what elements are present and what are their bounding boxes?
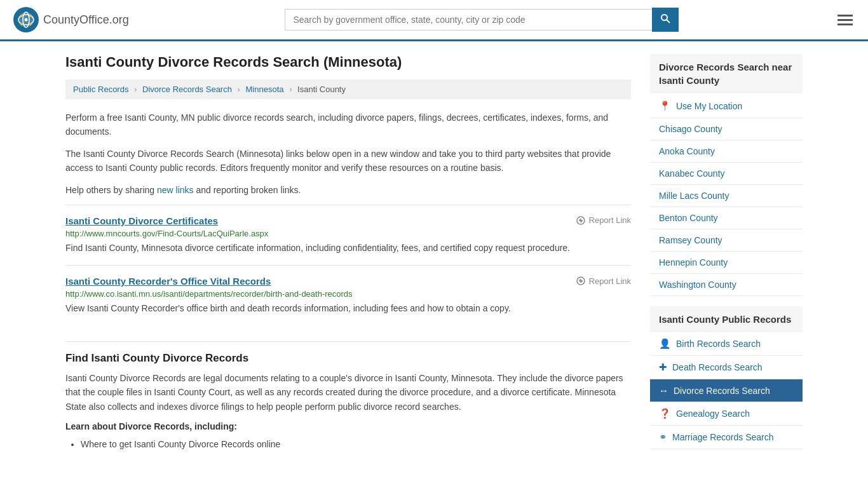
intro-p2: The Isanti County Divorce Records Search… <box>65 147 631 175</box>
report-link-1[interactable]: Report Link <box>576 276 631 286</box>
breadcrumb-current: Isanti County <box>297 85 346 94</box>
breadcrumb-minnesota[interactable]: Minnesota <box>246 85 284 94</box>
sidebar-county-link-5[interactable]: Ramsey County <box>650 229 803 251</box>
svg-point-9 <box>661 15 667 20</box>
sidebar-item-location[interactable]: 📍 Use My Location <box>650 95 803 118</box>
sidebar-county-6[interactable]: Hennepin County <box>650 252 803 274</box>
svg-line-10 <box>667 20 670 23</box>
report-link-0[interactable]: Report Link <box>576 215 631 226</box>
sidebar-public-links: 👤Birth Records Search✚Death Records Sear… <box>650 332 803 449</box>
search-icon <box>660 13 670 24</box>
sidebar: Divorce Records Search near Isanti Count… <box>650 54 803 452</box>
sidebar-public-label-4: Marriage Records Search <box>672 432 774 442</box>
sidebar-county-5[interactable]: Ramsey County <box>650 229 803 252</box>
record-desc-1: View Isanti County Recorder's office bir… <box>65 301 631 315</box>
search-button[interactable] <box>652 8 679 32</box>
sidebar-nearby-title: Divorce Records Search near Isanti Count… <box>659 60 794 87</box>
sidebar-county-3[interactable]: Mille Lacs County <box>650 185 803 207</box>
search-input[interactable] <box>285 9 652 30</box>
sidebar-public-icon-4: ⚭ <box>659 431 667 443</box>
sidebar-public-icon-1: ✚ <box>659 362 667 373</box>
record-title-0[interactable]: Isanti County Divorce Certificates <box>65 215 218 226</box>
sidebar-county-link-6[interactable]: Hennepin County <box>650 252 803 273</box>
sidebar-public-item-3[interactable]: ❓Genealogy Search <box>650 402 803 426</box>
sidebar-county-link-3[interactable]: Mille Lacs County <box>650 185 803 207</box>
main-container: Isanti County Divorce Records Search (Mi… <box>53 41 815 465</box>
menu-button[interactable] <box>835 12 855 28</box>
sidebar-public-item-4[interactable]: ⚭Marriage Records Search <box>650 426 803 449</box>
sidebar-public-section: Isanti County Public Records 👤Birth Reco… <box>650 306 803 449</box>
record-item-header-1: Isanti County Recorder's Office Vital Re… <box>65 276 631 287</box>
page-title: Isanti County Divorce Records Search (Mi… <box>65 54 631 71</box>
sidebar-public-item-1[interactable]: ✚Death Records Search <box>650 356 803 379</box>
intro-p3-suffix: and reporting broken links. <box>194 185 301 195</box>
find-section-heading: Find Isanti County Divorce Records <box>65 341 631 365</box>
sidebar-public-link-2[interactable]: ↔Divorce Records Search <box>650 379 803 402</box>
breadcrumb-sep-2: › <box>238 85 240 94</box>
svg-point-6 <box>29 15 32 17</box>
sidebar-public-icon-2: ↔ <box>659 385 668 396</box>
sidebar-nearby-section: Divorce Records Search near Isanti Count… <box>650 54 803 93</box>
sidebar-public-label-1: Death Records Search <box>672 362 763 372</box>
sidebar-public-title-block: Isanti County Public Records <box>650 306 803 332</box>
sidebar-public-label-0: Birth Records Search <box>676 339 761 349</box>
menu-line-2 <box>837 19 853 21</box>
sidebar-public-icon-3: ❓ <box>659 408 671 419</box>
record-item-1: Isanti County Recorder's Office Vital Re… <box>65 265 631 325</box>
find-section-text: Isanti County Divorce Records are legal … <box>65 371 631 414</box>
sidebar-county-link-7[interactable]: Washington County <box>650 274 803 295</box>
logo-name: CountyOffice <box>43 13 109 26</box>
breadcrumb-divorce-records-search[interactable]: Divorce Records Search <box>142 85 232 94</box>
sidebar-county-0[interactable]: Chisago County <box>650 118 803 140</box>
sidebar-public-link-0[interactable]: 👤Birth Records Search <box>650 332 803 355</box>
sidebar-nearby-links: 📍 Use My Location Chisago CountyAnoka Co… <box>650 95 803 296</box>
record-item-header-0: Isanti County Divorce Certificates Repor… <box>65 215 631 226</box>
search-area <box>285 8 679 32</box>
logo-icon <box>13 6 39 33</box>
sidebar-public-title: Isanti County Public Records <box>659 313 794 326</box>
sidebar-public-item-2[interactable]: ↔Divorce Records Search <box>650 379 803 402</box>
main-content: Isanti County Divorce Records Search (Mi… <box>65 54 631 452</box>
intro-p1: Perform a free Isanti County, MN public … <box>65 111 631 139</box>
record-item-0: Isanti County Divorce Certificates Repor… <box>65 205 631 265</box>
breadcrumb-sep-1: › <box>134 85 137 94</box>
intro-p3: Help others by sharing new links and rep… <box>65 183 631 197</box>
sidebar-county-link-2[interactable]: Kanabec County <box>650 163 803 184</box>
sidebar-county-4[interactable]: Benton County <box>650 207 803 229</box>
breadcrumb-public-records[interactable]: Public Records <box>73 85 128 94</box>
logo-text: CountyOffice.org <box>43 13 129 27</box>
sidebar-public-item-0[interactable]: 👤Birth Records Search <box>650 332 803 356</box>
use-my-location-link[interactable]: 📍 Use My Location <box>650 95 803 118</box>
breadcrumb: Public Records › Divorce Records Search … <box>65 79 631 99</box>
sidebar-public-label-2: Divorce Records Search <box>674 386 770 396</box>
svg-point-7 <box>20 23 23 25</box>
logo-ext: .org <box>109 13 129 26</box>
record-title-1[interactable]: Isanti County Recorder's Office Vital Re… <box>65 276 271 287</box>
logo[interactable]: CountyOffice.org <box>13 6 129 33</box>
use-my-location-label: Use My Location <box>676 101 742 111</box>
record-url-1: http://www.co.isanti.mn.us/isanti/depart… <box>65 289 631 299</box>
sidebar-public-link-1[interactable]: ✚Death Records Search <box>650 356 803 379</box>
record-url-0: http://www.mncourts.gov/Find-Courts/LacQ… <box>65 229 631 238</box>
site-header: CountyOffice.org <box>0 0 868 41</box>
sidebar-public-link-4[interactable]: ⚭Marriage Records Search <box>650 426 803 449</box>
breadcrumb-sep-3: › <box>289 85 292 94</box>
intro-p3-prefix: Help others by sharing <box>65 185 157 195</box>
sidebar-county-2[interactable]: Kanabec County <box>650 163 803 185</box>
record-desc-0: Find Isanti County, Minnesota divorce ce… <box>65 241 631 255</box>
menu-line-3 <box>837 24 853 25</box>
records-container: Isanti County Divorce Certificates Repor… <box>65 205 631 326</box>
sidebar-public-link-3[interactable]: ❓Genealogy Search <box>650 402 803 425</box>
find-bullet-list: Where to get Isanti County Divorce Recor… <box>65 437 631 452</box>
svg-point-5 <box>20 15 23 17</box>
sidebar-county-7[interactable]: Washington County <box>650 274 803 296</box>
location-icon: 📍 <box>659 100 671 112</box>
new-links-link[interactable]: new links <box>157 185 194 195</box>
bullet-item-0: Where to get Isanti County Divorce Recor… <box>81 437 631 452</box>
sidebar-county-link-4[interactable]: Benton County <box>650 207 803 229</box>
report-icon-1 <box>576 276 586 286</box>
sidebar-county-link-1[interactable]: Anoka County <box>650 140 803 162</box>
find-subsection-heading: Learn about Divorce Records, including: <box>65 421 631 431</box>
sidebar-county-link-0[interactable]: Chisago County <box>650 118 803 140</box>
sidebar-county-1[interactable]: Anoka County <box>650 140 803 163</box>
